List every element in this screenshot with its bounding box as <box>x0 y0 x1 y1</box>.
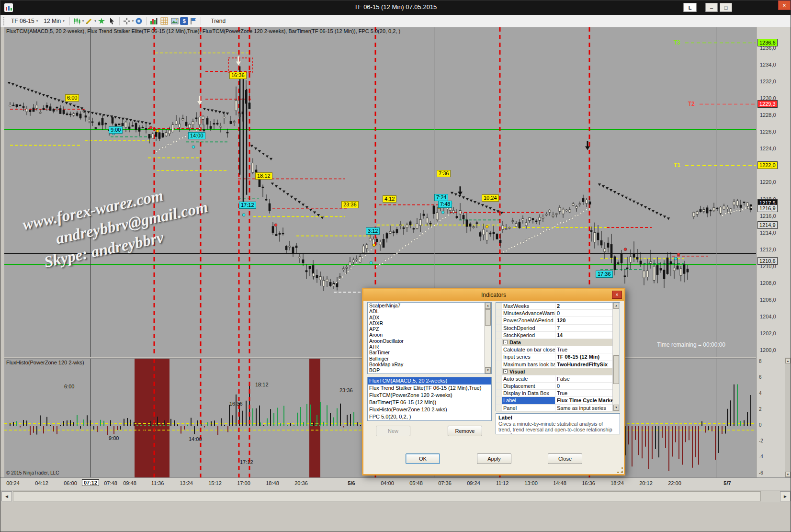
indicator-list-item[interactable]: ScalperNinja7 <box>368 303 484 308</box>
property-row[interactable]: Auto scaleFalse <box>496 375 612 383</box>
snapshot-icon[interactable] <box>134 16 144 26</box>
scrollbar-thumb[interactable] <box>613 355 619 384</box>
property-row[interactable]: MinutesAdvanceWarnin0 <box>496 310 612 317</box>
property-row[interactable]: PanelSame as input series <box>496 405 612 411</box>
indicator-list-item[interactable]: BarTimer <box>368 350 484 355</box>
indicator-list-item[interactable]: Bollinger <box>368 356 484 362</box>
time-axis-label[interactable]: 07:12 <box>82 479 99 486</box>
time-axis-label[interactable]: 16:36 <box>582 480 595 486</box>
new-button[interactable]: New <box>376 426 410 436</box>
property-value[interactable]: 14 <box>555 332 612 339</box>
superdom-icon[interactable]: $ <box>180 17 188 25</box>
property-value[interactable]: True <box>555 390 612 396</box>
time-axis-label[interactable]: 04:00 <box>381 480 394 486</box>
close-dialog-button[interactable]: Close <box>548 453 582 464</box>
trend-mode-label[interactable]: Trend <box>207 17 229 25</box>
property-value[interactable]: Same as input series <box>555 405 612 411</box>
remove-button[interactable]: Remove <box>448 426 482 436</box>
property-section-row[interactable]: -Data <box>496 339 612 346</box>
property-value[interactable]: False <box>555 375 612 382</box>
indicator-list-item[interactable]: ATR <box>368 344 484 350</box>
time-axis-label[interactable]: 22:00 <box>668 480 681 486</box>
indicator-list-item[interactable]: Aroon <box>368 332 484 338</box>
marker-icon[interactable] <box>96 16 107 26</box>
minimize-button[interactable]: – <box>705 3 718 12</box>
scrollbar-thumb[interactable] <box>485 309 491 326</box>
property-value[interactable]: 0 <box>555 383 612 389</box>
apply-button[interactable]: Apply <box>477 453 511 464</box>
time-axis-label[interactable]: 11:36 <box>151 480 164 486</box>
indicator-list-item[interactable]: BOP <box>368 367 484 373</box>
time-axis-label[interactable]: 14:48 <box>553 480 566 486</box>
property-row[interactable]: LabelFlux Time Cycle Marke <box>496 397 612 404</box>
property-row[interactable]: PowerZoneMAPeriod120 <box>496 317 612 324</box>
available-indicators-list[interactable]: ScalperNinja7ADLADXADXRAPZAroonAroonOsci… <box>367 302 492 374</box>
time-axis-label[interactable]: 20:36 <box>294 480 308 486</box>
property-row[interactable]: Maximum bars look bacTwoHundredFiftySix <box>496 361 612 368</box>
property-value[interactable]: 120 <box>555 317 612 324</box>
grid-icon[interactable] <box>159 16 170 26</box>
property-value[interactable]: TwoHundredFiftySix <box>555 361 612 368</box>
property-row[interactable]: MaxWeeks2 <box>496 303 612 310</box>
link-button[interactable]: L <box>683 3 697 12</box>
chart-style-icon[interactable] <box>72 16 82 26</box>
scroll-up-icon[interactable]: ▲ <box>613 303 619 309</box>
selected-indicator-item[interactable]: FluxTCM(PowerZone 120 2-weeks) <box>368 392 491 399</box>
flag-icon[interactable] <box>188 16 199 26</box>
property-row[interactable]: StochDperiod7 <box>496 325 612 332</box>
property-value[interactable]: Flux Time Cycle Marke <box>555 397 612 404</box>
time-axis-label[interactable]: 17:00 <box>237 480 250 486</box>
time-axis-label[interactable]: 20:12 <box>639 480 653 486</box>
toolbar-grip[interactable] <box>3 17 6 25</box>
property-value[interactable]: 7 <box>555 325 612 331</box>
time-axis-label[interactable]: 00:24 <box>6 480 20 486</box>
indicator-list-item[interactable]: APZ <box>368 326 484 332</box>
time-axis-label[interactable]: 07:48 <box>104 480 117 486</box>
time-axis[interactable]: 00:2404:1206:0007:1207:4809:4811:3613:24… <box>0 477 791 490</box>
selected-indicator-item[interactable]: FluxHisto(PowerZone 120 2-wks) <box>368 406 491 413</box>
time-axis-label[interactable]: 5/7 <box>723 480 731 486</box>
indicator-list-item[interactable]: BookMap xRay <box>368 362 484 367</box>
scroll-down-icon[interactable]: ▼ <box>485 367 491 374</box>
time-axis-label[interactable]: 09:24 <box>467 480 480 486</box>
scroll-left-icon[interactable]: ◄ <box>1 491 12 501</box>
selected-indicator-item[interactable]: Flux Trend Stalker Elite(TF 06-15 (12 Mi… <box>368 385 491 392</box>
available-list-scrollbar[interactable]: ▲ ▼ <box>484 303 491 374</box>
histogram-scrollbar[interactable]: ▲ ▼ <box>785 358 791 477</box>
interval-dropdown[interactable]: 12 Min ▾ <box>41 17 68 25</box>
property-value[interactable]: 2 <box>555 303 612 309</box>
time-axis-label[interactable]: 13:24 <box>180 480 193 486</box>
indicator-list-item[interactable]: ADL <box>368 308 484 314</box>
time-axis-label[interactable]: 11:12 <box>496 480 509 486</box>
property-row[interactable]: Displacement0 <box>496 383 612 390</box>
dialog-titlebar[interactable]: Indicators <box>363 289 624 301</box>
time-axis-label[interactable]: 13:00 <box>524 480 538 486</box>
resize-grip[interactable] <box>617 467 623 473</box>
indicator-list-item[interactable]: ADX <box>368 315 484 320</box>
time-axis-label[interactable]: 18:24 <box>610 480 624 486</box>
property-row[interactable]: Display in Data BoxTrue <box>496 390 612 397</box>
price-axis[interactable]: ▲ ▼ 1236,01234,01232,01230,01228,01226,0… <box>756 27 791 477</box>
selected-indicator-item[interactable]: FPC 5.0(20, 0,2, ) <box>368 413 491 420</box>
ok-button[interactable]: OK <box>406 453 440 464</box>
time-axis-label[interactable]: 18:48 <box>266 480 279 486</box>
time-axis-label[interactable]: 09:48 <box>123 480 136 486</box>
image-icon[interactable] <box>170 16 180 26</box>
selected-indicators-list[interactable]: FluxTCM(AMACD,5, 20 2-weeks)Flux Trend S… <box>367 377 492 421</box>
scroll-up-icon[interactable]: ▲ <box>785 358 791 363</box>
scroll-up-icon[interactable]: ▲ <box>485 303 491 309</box>
time-axis-label[interactable]: 5/6 <box>348 480 355 486</box>
property-value[interactable]: TF 06-15 (12 Min) <box>555 353 612 360</box>
scroll-down-icon[interactable]: ▼ <box>785 472 791 477</box>
property-grid-scrollbar[interactable]: ▲ ▼ <box>612 303 620 411</box>
scroll-down-icon[interactable]: ▼ <box>613 405 619 411</box>
property-row[interactable]: Calculate on bar closeTrue <box>496 346 612 353</box>
indicator-list-item[interactable]: ADXR <box>368 320 484 326</box>
time-axis-label[interactable]: 06:00 <box>64 480 77 486</box>
property-value[interactable]: 0 <box>555 310 612 317</box>
collapse-icon[interactable]: - <box>503 369 508 374</box>
collapse-icon[interactable]: - <box>503 340 508 344</box>
close-button[interactable]: × <box>778 0 791 10</box>
time-axis-label[interactable]: 04:12 <box>35 480 48 486</box>
property-value[interactable]: True <box>555 346 612 353</box>
